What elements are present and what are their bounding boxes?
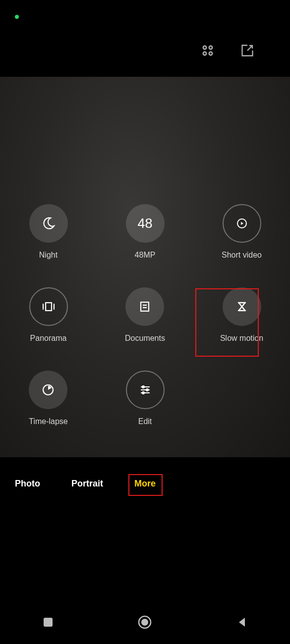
mode-panorama[interactable]: Panorama <box>29 287 68 343</box>
mode-documents-label: Documents <box>125 334 165 343</box>
hourglass-icon <box>223 287 261 326</box>
svg-point-0 <box>203 46 206 49</box>
svg-point-18 <box>146 389 148 391</box>
mode-edit-label: Edit <box>138 417 152 426</box>
mode-documents[interactable]: Documents <box>125 287 165 343</box>
mode-edit[interactable]: Edit <box>126 371 165 426</box>
mode-short-video[interactable]: Short video <box>222 204 262 260</box>
camera-tabs: Photo Portrait More <box>15 479 156 489</box>
mode-slow-motion-label: Slow motion <box>220 334 263 343</box>
svg-rect-8 <box>141 302 149 311</box>
mode-slow-motion[interactable]: Slow motion <box>220 287 263 343</box>
mode-time-lapse[interactable]: Time-lapse <box>29 371 68 426</box>
grid-layout-icon[interactable] <box>201 44 215 57</box>
back-button[interactable] <box>235 616 248 629</box>
edit-layout-icon[interactable] <box>240 44 254 57</box>
svg-point-1 <box>209 46 212 49</box>
mode-48mp-label: 48MP <box>135 251 156 260</box>
play-circle-icon <box>223 204 261 243</box>
panorama-icon <box>29 287 68 326</box>
sliders-icon <box>126 371 165 409</box>
clock-icon <box>29 371 67 409</box>
mode-short-video-label: Short video <box>222 251 262 260</box>
svg-rect-5 <box>46 303 52 311</box>
tab-portrait[interactable]: Portrait <box>71 479 103 489</box>
mode-grid: Night 48 48MP Short video Panorama <box>0 204 290 426</box>
svg-point-19 <box>142 392 144 394</box>
document-icon <box>125 287 164 326</box>
mode-48mp[interactable]: 48 48MP <box>126 204 165 260</box>
svg-point-17 <box>142 386 144 388</box>
mode-night-label: Night <box>39 251 58 260</box>
camera-active-indicator <box>15 15 19 19</box>
svg-point-22 <box>141 619 148 626</box>
system-nav-bar <box>0 607 290 637</box>
svg-rect-20 <box>44 618 53 627</box>
svg-point-2 <box>203 52 206 55</box>
moon-icon <box>29 204 68 243</box>
mode-time-lapse-label: Time-lapse <box>29 417 68 426</box>
top-toolbar <box>201 44 254 57</box>
recent-apps-button[interactable] <box>42 616 55 629</box>
home-button[interactable] <box>137 615 152 630</box>
mode-night[interactable]: Night <box>29 204 68 260</box>
svg-point-3 <box>209 52 212 55</box>
tab-photo[interactable]: Photo <box>15 479 40 489</box>
mode-panorama-label: Panorama <box>30 334 67 343</box>
48mp-icon: 48 <box>126 204 165 243</box>
tab-more[interactable]: More <box>134 479 156 489</box>
